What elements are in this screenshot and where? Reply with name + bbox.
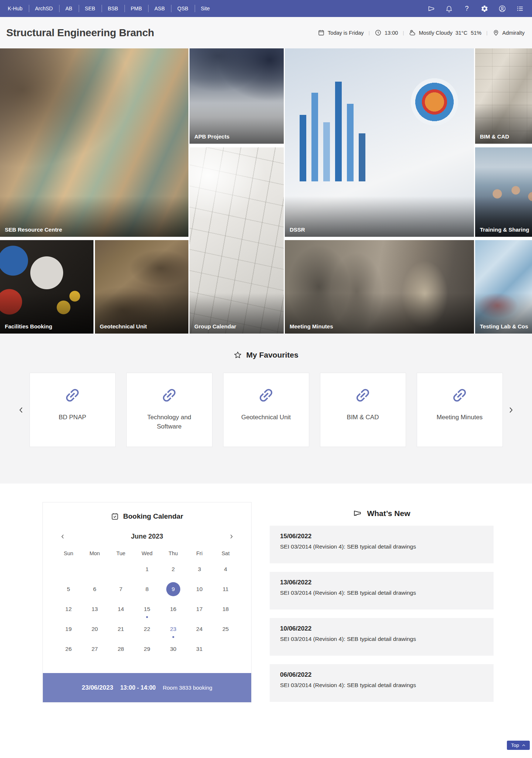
calendar-day-27[interactable]: 27 <box>82 639 108 659</box>
calendar-day-6[interactable]: 6 <box>82 579 108 599</box>
calendar-month-label: June 2023 <box>131 533 163 540</box>
calendar-day-22[interactable]: 22 <box>134 619 160 639</box>
calendar-day-28[interactable]: 28 <box>108 639 134 659</box>
calendar-day-19[interactable]: 19 <box>55 619 82 639</box>
favourite-card-geotechnical-unit[interactable]: Geotechnical Unit <box>223 373 309 447</box>
nav-item-site[interactable]: Site <box>195 0 216 17</box>
prev-month-icon[interactable] <box>60 534 65 539</box>
calendar-day-12[interactable]: 12 <box>55 599 82 619</box>
day-header: Sat <box>212 550 239 556</box>
day-header: Tue <box>108 550 134 556</box>
calendar-day-8[interactable]: 8 <box>134 579 160 599</box>
location-value: Admiralty <box>502 30 525 36</box>
nav-item-k-hub[interactable]: K-Hub <box>1 0 29 17</box>
favourite-label: BIM & CAD <box>328 413 398 422</box>
favourite-card-bim-cad[interactable]: BIM & CAD <box>320 373 406 447</box>
tile-label: Geotechnical Unit <box>100 323 147 330</box>
calendar-day-1[interactable]: 1 <box>134 559 160 579</box>
page-header: Structural Engineering Branch Today is F… <box>0 17 532 48</box>
nav-item-seb[interactable]: SEB <box>79 0 102 17</box>
whats-new-item[interactable]: 15/06/2022 SEI 03/2014 (Revision 4): SEB… <box>270 526 494 563</box>
nav-item-asb[interactable]: ASB <box>148 0 171 17</box>
calendar-day-empty <box>108 559 134 579</box>
weather-humidity: 51% <box>471 30 481 36</box>
calendar-day-26[interactable]: 26 <box>55 639 82 659</box>
news-text: SEI 03/2014 (Revision 4): SEB typical de… <box>280 590 483 596</box>
calendar-day-10[interactable]: 10 <box>186 579 212 599</box>
favourite-card-bd-pnap[interactable]: BD PNAP <box>30 373 116 447</box>
bell-icon[interactable] <box>445 5 453 13</box>
link-icon <box>354 386 372 404</box>
clock-icon <box>375 29 382 36</box>
calendar-day-4[interactable]: 4 <box>212 559 239 579</box>
tile-bim-cad[interactable]: BIM & CAD <box>475 48 532 144</box>
nav-item-archsd[interactable]: ArchSD <box>29 0 59 17</box>
calendar-day-11[interactable]: 11 <box>212 579 239 599</box>
calendar-day-3[interactable]: 3 <box>186 559 212 579</box>
calendar-day-25[interactable]: 25 <box>212 619 239 639</box>
calendar-day-13[interactable]: 13 <box>82 599 108 619</box>
whats-new-item[interactable]: 10/06/2022 SEI 03/2014 (Revision 4): SEB… <box>270 618 494 656</box>
calendar-day-5[interactable]: 5 <box>55 579 82 599</box>
booking-date: 23/06/2023 <box>82 684 113 692</box>
calendar-day-2[interactable]: 2 <box>160 559 186 579</box>
calendar-day-17[interactable]: 17 <box>186 599 212 619</box>
separator: | <box>486 30 487 35</box>
calendar-day-23[interactable]: 23 <box>160 619 186 639</box>
calendar-day-29[interactable]: 29 <box>134 639 160 659</box>
tile-facilities-booking[interactable]: Facilities Booking <box>0 240 93 334</box>
nav-item-pmb[interactable]: PMB <box>125 0 148 17</box>
tile-training-sharing[interactable]: Training & Sharing <box>475 147 532 237</box>
whats-new-item[interactable]: 06/06/2022 SEI 03/2014 (Revision 4): SEB… <box>270 664 494 702</box>
tile-apb-projects[interactable]: APB Projects <box>190 48 284 144</box>
news-date: 06/06/2022 <box>280 671 483 679</box>
nav-items: K-HubArchSDABSEBBSBPMBASBQSBSite <box>1 0 216 17</box>
account-icon[interactable] <box>498 5 506 13</box>
favourites-section: My Favourites BD PNAP Technology and Sof… <box>0 334 532 484</box>
nav-item-bsb[interactable]: BSB <box>102 0 125 17</box>
calendar-day-30[interactable]: 30 <box>160 639 186 659</box>
gear-icon[interactable] <box>481 5 488 13</box>
favourite-label: Technology and Software <box>134 413 204 431</box>
calendar-day-31[interactable]: 31 <box>186 639 212 659</box>
calendar-day-18[interactable]: 18 <box>212 599 239 619</box>
carousel-prev-icon[interactable] <box>17 406 25 414</box>
tile-testing-lab[interactable]: Testing Lab & Cos <box>475 240 532 334</box>
back-to-top-button[interactable]: Top <box>507 741 530 750</box>
location-pin-icon <box>492 29 499 36</box>
nav-icons: ? <box>427 5 524 13</box>
whats-new-item[interactable]: 13/06/2022 SEI 03/2014 (Revision 4): SEB… <box>270 572 494 610</box>
calendar-day-24[interactable]: 24 <box>186 619 212 639</box>
list-menu-icon[interactable] <box>516 5 524 13</box>
tile-meeting-minutes[interactable]: Meeting Minutes <box>285 240 474 334</box>
link-icon <box>451 386 468 404</box>
nav-item-ab[interactable]: AB <box>59 0 79 17</box>
calendar-day-14[interactable]: 14 <box>108 599 134 619</box>
favourite-card-technology-and-software[interactable]: Technology and Software <box>126 373 212 447</box>
calendar-day-15[interactable]: 15 <box>134 599 160 619</box>
help-icon[interactable]: ? <box>463 5 471 13</box>
link-icon <box>257 386 275 404</box>
tile-label: DSSR <box>290 226 305 233</box>
calendar-day-21[interactable]: 21 <box>108 619 134 639</box>
announcement-icon[interactable] <box>427 5 435 13</box>
nav-item-qsb[interactable]: QSB <box>171 0 195 17</box>
calendar-day-7[interactable]: 7 <box>108 579 134 599</box>
main-section: Booking Calendar June 2023 Sun Mon Tue W… <box>0 502 532 734</box>
next-month-icon[interactable] <box>229 534 234 539</box>
news-date: 10/06/2022 <box>280 625 483 632</box>
calendar-day-20[interactable]: 20 <box>82 619 108 639</box>
date-label: Today is Friday <box>328 30 364 36</box>
tile-dssr[interactable]: DSSR <box>285 48 474 237</box>
tile-seb-resource-centre[interactable]: SEB Resource Centre <box>0 48 188 237</box>
favourite-card-meeting-minutes[interactable]: Meeting Minutes <box>417 373 503 447</box>
page-title: Structural Engineering Branch <box>6 27 154 39</box>
tile-geotechnical-unit[interactable]: Geotechnical Unit <box>95 240 188 334</box>
booking-banner[interactable]: 23/06/2023 13:00 - 14:00 Room 3833 booki… <box>43 673 251 702</box>
booking-calendar-card: Booking Calendar June 2023 Sun Mon Tue W… <box>42 502 252 703</box>
tile-group-calendar[interactable]: Group Calendar <box>190 147 284 334</box>
weather-icon <box>409 29 416 36</box>
carousel-next-icon[interactable] <box>507 406 515 414</box>
calendar-day-16[interactable]: 16 <box>160 599 186 619</box>
calendar-day-9[interactable]: 9 <box>160 579 186 599</box>
